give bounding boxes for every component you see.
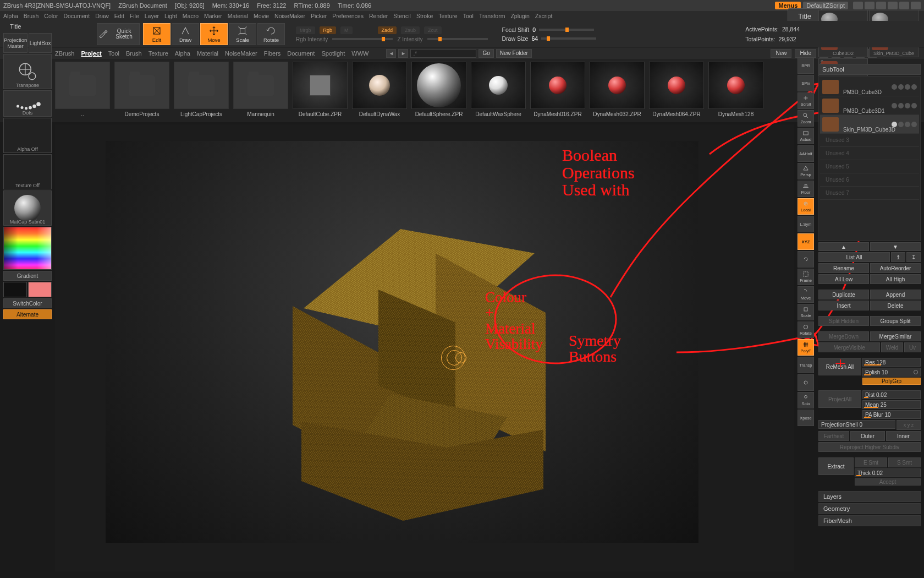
menu-alpha[interactable]: Alpha: [3, 13, 18, 19]
texture-tile[interactable]: Texture Off: [3, 154, 52, 189]
scale-mode-button[interactable]: Scale: [229, 23, 256, 45]
thumb-dynamesh032[interactable]: DynaMesh032.ZPR: [590, 62, 645, 117]
boolean-int-icon[interactable]: [911, 103, 917, 108]
persp-button[interactable]: Persp: [798, 163, 814, 179]
layers-accordion[interactable]: Layers: [818, 491, 921, 502]
close-icon[interactable]: [911, 2, 921, 9]
boolean-add-icon[interactable]: [898, 84, 904, 90]
nav-next-icon[interactable]: ►: [398, 49, 408, 58]
boolean-sub-icon[interactable]: [905, 103, 910, 108]
list-all-button[interactable]: List All: [818, 252, 890, 262]
res-slider[interactable]: Res 128: [862, 358, 921, 367]
menu-color[interactable]: Color: [44, 13, 58, 19]
autoreorder-button[interactable]: AutoReorder: [870, 263, 921, 273]
polygrp-button[interactable]: PolyGrp: [862, 378, 921, 385]
rename-button[interactable]: Rename: [818, 263, 869, 273]
weld-button[interactable]: Weld: [881, 342, 903, 352]
append-button[interactable]: Append: [870, 290, 921, 299]
collapse-icon[interactable]: [876, 2, 886, 9]
mrgb-toggle[interactable]: Mrgb: [296, 26, 315, 34]
nav-document[interactable]: Document: [287, 50, 315, 57]
material-tile[interactable]: MatCap Satin01: [3, 190, 52, 226]
projectall-button[interactable]: ProjectAll: [818, 390, 861, 408]
menu-stroke[interactable]: Stroke: [416, 13, 433, 19]
frame-button[interactable]: Frame: [798, 269, 814, 285]
nav-www[interactable]: WWW: [351, 50, 369, 57]
mergedown-button[interactable]: MergeDown: [818, 331, 869, 341]
solo-button[interactable]: Solo: [798, 392, 814, 408]
boolean-sub-icon[interactable]: [905, 122, 910, 127]
alpha-tile[interactable]: Alpha Off: [3, 118, 52, 153]
insert-button[interactable]: Insert: [818, 301, 869, 310]
projection-shell-slider[interactable]: ProjectionShell 0: [818, 420, 895, 429]
subtool-down-icon[interactable]: ▼: [870, 242, 921, 251]
thumb-dynamesh016[interactable]: DynaMesh016.ZPR: [530, 62, 585, 117]
scroll-button[interactable]: Scroll: [798, 92, 814, 109]
nav-brush[interactable]: Brush: [126, 50, 142, 57]
edit-mode-button[interactable]: Edit: [143, 23, 170, 45]
thumb-dynamesh128[interactable]: DynaMesh128: [708, 62, 763, 117]
rotate-view-button[interactable]: Rotate: [798, 321, 814, 338]
uv-button[interactable]: Uv: [904, 342, 921, 352]
mergevisible-button[interactable]: MergeVisible: [818, 342, 880, 352]
new-folder-button[interactable]: New Folder: [496, 49, 532, 58]
menu-document[interactable]: Document: [63, 13, 90, 19]
accept-button[interactable]: Accept: [855, 478, 921, 486]
menu-tool[interactable]: Tool: [463, 13, 474, 19]
minimize-icon[interactable]: [888, 2, 898, 9]
split-hidden-button[interactable]: Split Hidden: [818, 316, 869, 326]
thumb-up[interactable]: ..: [55, 62, 110, 117]
boolean-add-icon[interactable]: [898, 122, 904, 127]
menu-brush[interactable]: Brush: [24, 13, 38, 19]
rotate-mode-button[interactable]: Rotate: [257, 23, 285, 45]
menu-texture[interactable]: Texture: [438, 13, 457, 19]
stroke-dots-tile[interactable]: Dots: [3, 90, 52, 117]
rgb-toggle[interactable]: Rgb: [320, 26, 337, 34]
maximize-icon[interactable]: [899, 2, 909, 9]
move-up-icon[interactable]: ↥: [891, 252, 905, 262]
boolean-start-icon[interactable]: [892, 103, 897, 108]
xyz-button[interactable]: XYZ: [798, 233, 814, 250]
menu-macro[interactable]: Macro: [183, 13, 199, 19]
menu-draw[interactable]: Draw: [95, 13, 109, 19]
s-smt-button[interactable]: S Smt: [888, 457, 921, 467]
all-low-button[interactable]: All Low: [818, 274, 869, 284]
outer-button[interactable]: Outer: [850, 431, 885, 441]
zcut-toggle[interactable]: Zcut: [424, 26, 442, 34]
boolean-sub-icon[interactable]: [905, 84, 910, 90]
menu-stencil[interactable]: Stencil: [393, 13, 411, 19]
nav-project[interactable]: Project: [81, 50, 101, 57]
menu-picker[interactable]: Picker: [311, 13, 327, 19]
boolean-start-icon[interactable]: [892, 84, 897, 90]
thumb-demoprojects[interactable]: DemoProjects: [114, 62, 169, 117]
search-go-button[interactable]: Go: [479, 49, 493, 58]
gradient-toggle[interactable]: Gradient: [3, 271, 52, 281]
rgb-intensity-slider[interactable]: [332, 38, 393, 40]
hide-button[interactable]: Hide: [795, 49, 816, 58]
thumb-defaultdynawax[interactable]: DefaultDynaWax: [352, 62, 407, 117]
polish-slider[interactable]: Polish 10: [862, 368, 921, 377]
duplicate-button[interactable]: Duplicate: [818, 290, 869, 299]
projection-master-button[interactable]: Projection Master: [3, 33, 28, 53]
move-mode-button[interactable]: Move: [200, 23, 228, 45]
nav-material[interactable]: Material: [197, 50, 218, 57]
thumb-defaultwaxsphere[interactable]: DefaultWaxSphere: [471, 62, 526, 117]
alternate-button[interactable]: Alternate: [3, 309, 52, 319]
viewport[interactable]: Boolean Operations Used with Colour + Ma…: [106, 141, 698, 543]
nav-prev-icon[interactable]: ◄: [386, 49, 396, 58]
subtool-list[interactable]: PM3D_Cube3D PM3D_Cube3D1 Skin_PM3D_Cube3…: [818, 76, 921, 241]
menu-noisemaker[interactable]: NoiseMaker: [274, 13, 305, 19]
subtool-item-2[interactable]: Skin_PM3D_Cube3D: [820, 115, 919, 134]
draw-mode-button[interactable]: Draw: [172, 23, 199, 45]
local-button[interactable]: Local: [798, 198, 814, 215]
thick-slider[interactable]: Thick 0.02: [855, 468, 921, 477]
subtool-item-0[interactable]: PM3D_Cube3D: [820, 78, 919, 96]
color-picker[interactable]: [3, 227, 52, 270]
secondary-color-swatch[interactable]: [3, 282, 27, 297]
menu-transform[interactable]: Transform: [479, 13, 505, 19]
ghost-button[interactable]: [798, 374, 814, 391]
actual-button[interactable]: Actual: [798, 128, 814, 144]
focal-shift-slider[interactable]: [539, 29, 594, 31]
nav-noisemaker[interactable]: NoiseMaker: [225, 50, 257, 57]
nav-texture[interactable]: Texture: [148, 50, 168, 57]
